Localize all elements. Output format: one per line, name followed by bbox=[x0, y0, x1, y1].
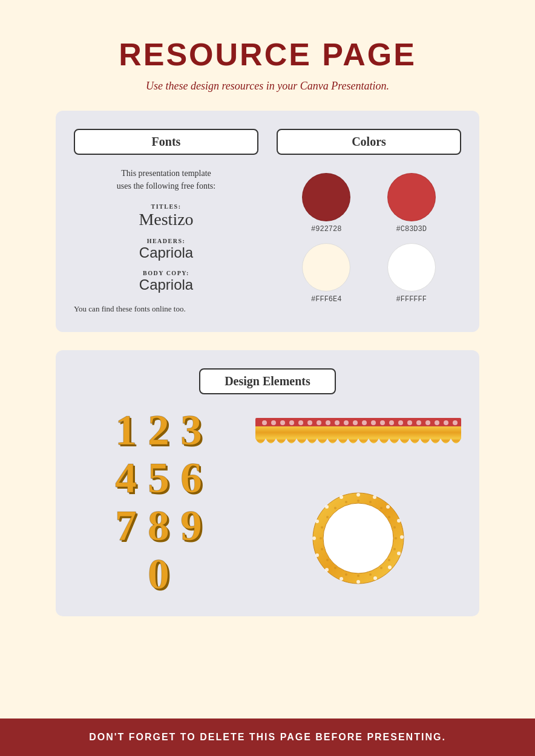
svg-point-39 bbox=[315, 520, 319, 523]
svg-point-41 bbox=[340, 495, 343, 499]
numbers-section: 1 2 3 4 5 6 7 8 9 0 bbox=[74, 406, 243, 598]
svg-point-18 bbox=[416, 420, 421, 425]
design-card-header: Design Elements bbox=[74, 368, 461, 394]
fonts-footer-note: You can find these fonts online too. bbox=[74, 304, 258, 314]
page-subtitle: Use these design resources in your Canva… bbox=[24, 80, 511, 93]
page-container: RESOURCE PAGE Use these design resources… bbox=[0, 0, 535, 756]
svg-point-16 bbox=[398, 420, 403, 425]
color-item-1: #922728 bbox=[289, 173, 364, 233]
color-swatch-4 bbox=[387, 243, 436, 292]
color-item-4: #FFFFFF bbox=[374, 243, 450, 304]
color-hex-2: #C83D3D bbox=[396, 225, 427, 233]
circle-frame-svg bbox=[310, 490, 407, 587]
color-item-2: #C83D3D bbox=[374, 173, 450, 233]
svg-point-56 bbox=[321, 548, 323, 550]
svg-point-9 bbox=[335, 420, 340, 425]
scallop-banner-svg bbox=[255, 418, 461, 454]
svg-point-1 bbox=[262, 420, 267, 425]
svg-point-49 bbox=[388, 559, 390, 561]
decorative-numbers: 1 2 3 4 5 6 7 8 9 0 bbox=[115, 406, 202, 598]
svg-point-32 bbox=[388, 565, 392, 569]
svg-point-22 bbox=[453, 420, 458, 425]
svg-point-26 bbox=[356, 493, 360, 497]
fonts-section: Fonts This presentation template uses th… bbox=[74, 129, 258, 314]
svg-point-38 bbox=[312, 536, 316, 540]
footer-banner: DON'T FORGET TO DELETE THIS PAGE BEFORE … bbox=[0, 719, 535, 756]
resource-card: Fonts This presentation template uses th… bbox=[56, 111, 479, 332]
headers-label: HEADERS: bbox=[74, 238, 258, 244]
svg-point-59 bbox=[326, 516, 329, 518]
svg-point-2 bbox=[271, 420, 276, 425]
svg-point-37 bbox=[315, 553, 319, 557]
footer-text: DON'T FORGET TO DELETE THIS PAGE BEFORE … bbox=[24, 732, 511, 743]
body-font-name: Capriola bbox=[74, 276, 258, 293]
svg-point-51 bbox=[369, 573, 372, 576]
svg-point-35 bbox=[340, 577, 343, 581]
svg-point-60 bbox=[334, 507, 336, 509]
color-swatch-3 bbox=[302, 243, 350, 292]
svg-point-48 bbox=[393, 548, 396, 550]
decorative-section bbox=[255, 406, 461, 598]
colors-section: Colors #922728 #C83D3D #FFF6E4 bbox=[277, 129, 461, 314]
svg-point-15 bbox=[389, 420, 394, 425]
svg-point-12 bbox=[362, 420, 367, 425]
svg-point-13 bbox=[371, 420, 376, 425]
svg-point-25 bbox=[323, 503, 393, 573]
svg-point-4 bbox=[289, 420, 294, 425]
svg-point-55 bbox=[326, 559, 329, 561]
body-font-entry: BODY COPY: Capriola bbox=[74, 270, 258, 293]
svg-point-58 bbox=[321, 526, 323, 529]
color-hex-4: #FFFFFF bbox=[396, 295, 427, 304]
headers-font-name: Capriola bbox=[74, 244, 258, 261]
color-swatch-2 bbox=[387, 173, 436, 221]
body-label: BODY COPY: bbox=[74, 270, 258, 276]
colors-grid: #922728 #C83D3D #FFF6E4 #FFFFFF bbox=[277, 167, 461, 310]
svg-point-50 bbox=[380, 567, 382, 569]
svg-point-46 bbox=[393, 526, 396, 529]
design-content: 1 2 3 4 5 6 7 8 9 0 bbox=[74, 406, 461, 598]
fonts-label: Fonts bbox=[74, 129, 258, 155]
svg-point-20 bbox=[435, 420, 439, 425]
svg-point-30 bbox=[400, 535, 404, 539]
svg-point-34 bbox=[356, 580, 360, 584]
svg-point-42 bbox=[357, 500, 359, 502]
svg-point-31 bbox=[397, 552, 401, 555]
svg-point-36 bbox=[325, 568, 329, 572]
color-hex-1: #922728 bbox=[311, 225, 341, 233]
svg-point-57 bbox=[320, 537, 322, 539]
svg-point-53 bbox=[345, 573, 347, 576]
header-section: RESOURCE PAGE Use these design resources… bbox=[0, 0, 535, 111]
color-item-3: #FFF6E4 bbox=[289, 243, 364, 304]
svg-point-14 bbox=[380, 420, 385, 425]
svg-point-61 bbox=[345, 501, 347, 503]
color-hex-3: #FFF6E4 bbox=[311, 295, 341, 304]
svg-point-29 bbox=[397, 519, 401, 523]
svg-point-40 bbox=[325, 505, 329, 509]
svg-point-17 bbox=[407, 420, 412, 425]
svg-point-47 bbox=[395, 537, 397, 539]
titles-font-name: Mestizo bbox=[74, 210, 258, 229]
colors-label: Colors bbox=[277, 129, 461, 155]
svg-point-10 bbox=[344, 420, 349, 425]
fonts-description: This presentation template uses the foll… bbox=[74, 167, 258, 192]
design-elements-label: Design Elements bbox=[199, 368, 336, 394]
titles-font-entry: TITLES: Mestizo bbox=[74, 203, 258, 229]
svg-point-19 bbox=[425, 420, 430, 425]
page-title: RESOURCE PAGE bbox=[24, 36, 511, 73]
titles-label: TITLES: bbox=[74, 203, 258, 210]
svg-point-8 bbox=[326, 420, 330, 425]
svg-point-33 bbox=[373, 576, 377, 580]
svg-point-11 bbox=[353, 420, 358, 425]
headers-font-entry: HEADERS: Capriola bbox=[74, 238, 258, 261]
card-row: Fonts This presentation template uses th… bbox=[74, 129, 461, 314]
svg-point-43 bbox=[369, 501, 372, 503]
svg-point-54 bbox=[334, 567, 336, 569]
svg-point-52 bbox=[357, 575, 359, 577]
svg-point-28 bbox=[386, 505, 390, 509]
svg-point-44 bbox=[380, 507, 382, 509]
svg-point-6 bbox=[307, 420, 312, 425]
svg-point-45 bbox=[388, 516, 390, 518]
svg-rect-23 bbox=[255, 426, 461, 438]
svg-point-5 bbox=[298, 420, 303, 425]
svg-point-7 bbox=[317, 420, 321, 425]
